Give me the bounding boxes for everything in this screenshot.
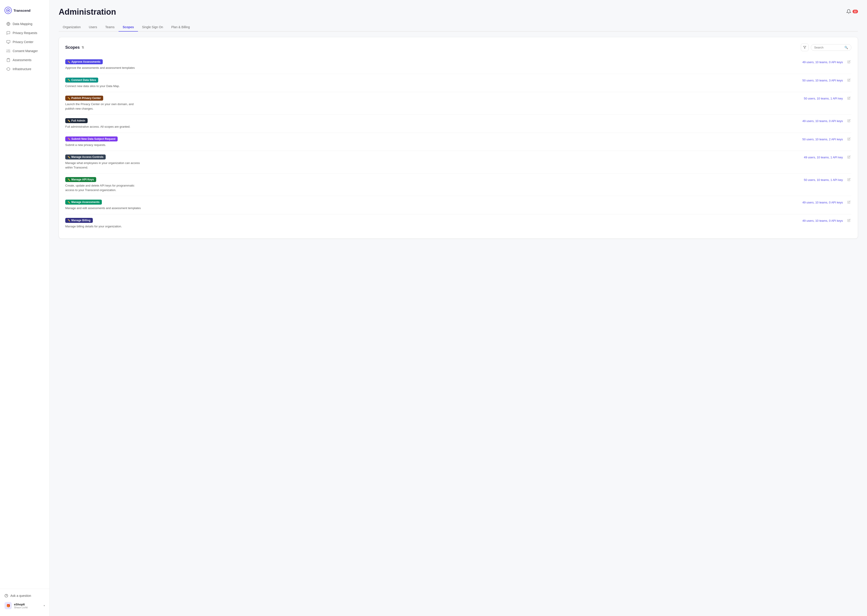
scope-item: ✏️ Manage API Keys Create, update and de… [65, 173, 851, 196]
clipboard-icon [6, 58, 10, 62]
nav-privacy-center[interactable]: Privacy Center [2, 38, 48, 46]
scope-left-manage-api-keys: ✏️ Manage API Keys Create, update and de… [65, 177, 802, 192]
user-avatar: 🎁 [5, 602, 12, 609]
sliders-icon [6, 49, 10, 53]
scope-item: ✏️ Manage Billing Manage billing details… [65, 214, 851, 232]
scope-edit-button[interactable] [847, 78, 851, 83]
logo-icon [5, 7, 12, 14]
nav-data-mapping[interactable]: Data Mapping [2, 20, 48, 28]
svg-marker-15 [7, 68, 10, 71]
scope-left-connect-data-silos: ✏️ Connect Data Silos Connect new data s… [65, 78, 802, 88]
pencil-icon: ✏️ [68, 178, 70, 181]
scope-stats: 49 users, 10 teams, 0 API keys [802, 201, 843, 204]
search-input[interactable] [814, 46, 843, 49]
nav-infrastructure[interactable]: Infrastructure [2, 65, 48, 73]
scope-badge-manage-access-controls: ✏️ Manage Access Controls [65, 154, 106, 159]
scope-left-full-admin: ✏️ Full Admin Full administrative access… [65, 118, 802, 129]
help-icon [5, 594, 8, 597]
scope-badge-label: Approve Assessments [71, 60, 101, 63]
scope-stats: 50 users, 10 teams, 1 API key [804, 178, 843, 182]
main-content: Administration 22 Organization Users Tea… [50, 0, 867, 616]
ask-question-label: Ask a question [10, 594, 31, 597]
logo[interactable]: Transcend [0, 5, 49, 19]
svg-rect-14 [8, 58, 9, 59]
scope-badge-label: Manage API Keys [71, 178, 94, 181]
scope-badge-approve-assessments: ✏️ Approve Assessments [65, 59, 103, 64]
pencil-icon: ✏️ [68, 156, 70, 158]
tab-scopes[interactable]: Scopes [118, 23, 138, 31]
hexagon-icon [6, 67, 10, 71]
sort-icon[interactable]: ⇅ [82, 46, 84, 49]
nav-label-infrastructure: Infrastructure [13, 67, 31, 71]
scope-edit-button[interactable] [847, 96, 851, 101]
edit-icon [847, 219, 851, 222]
scope-badge-manage-billing: ✏️ Manage Billing [65, 218, 93, 223]
scope-description: Manage billing details for your organiza… [65, 224, 142, 229]
nav-label-consent-manager: Consent Manager [13, 49, 38, 53]
scope-description: Manage and edit assessments and assessme… [65, 206, 142, 211]
scope-stats: 50 users, 10 teams, 2 API keys [802, 138, 843, 141]
scope-edit-button[interactable] [847, 118, 851, 124]
pencil-icon: ✏️ [68, 79, 70, 81]
scope-description: Create, update and delete API keys for p… [65, 183, 142, 192]
nav-label-assessments: Assessments [13, 58, 32, 62]
scopes-header: Scopes ⇅ 🔍 [65, 44, 851, 51]
scopes-card: Scopes ⇅ 🔍 ✏️ Approve Assessments Approv… [59, 37, 858, 239]
chevron-down-icon: ▾ [44, 604, 45, 607]
edit-icon [847, 79, 851, 82]
scope-left-manage-billing: ✏️ Manage Billing Manage billing details… [65, 218, 802, 229]
edit-icon [847, 156, 851, 159]
scope-edit-button[interactable] [847, 218, 851, 223]
globe-icon [6, 22, 10, 26]
user-menu[interactable]: 🎁 eShopIt Shaun Lichti ▾ [0, 600, 49, 611]
scope-description: Full administrative access. All scopes a… [65, 124, 142, 129]
tab-plan-billing[interactable]: Plan & Billing [167, 23, 194, 31]
scope-left-manage-assessments: ✏️ Manage Assessments Manage and edit as… [65, 200, 802, 211]
scope-stats: 49 users, 10 teams, 1 API key [804, 156, 843, 159]
scope-badge-manage-api-keys: ✏️ Manage API Keys [65, 177, 96, 182]
pencil-icon: ✏️ [68, 119, 70, 122]
edit-icon [847, 119, 851, 122]
search-box: 🔍 [811, 44, 851, 51]
scope-badge-full-admin: ✏️ Full Admin [65, 118, 88, 123]
tab-single-sign-on[interactable]: Single Sign On [138, 23, 167, 31]
tab-organization[interactable]: Organization [59, 23, 85, 31]
scope-edit-button[interactable] [847, 154, 851, 160]
scope-right-publish-privacy-center: 50 users, 10 teams, 1 API key [802, 96, 851, 101]
scope-right-full-admin: 49 users, 10 teams, 0 API keys [802, 118, 851, 124]
ask-question-link[interactable]: Ask a question [0, 592, 49, 600]
scope-edit-button[interactable] [847, 177, 851, 183]
scope-right-manage-api-keys: 50 users, 10 teams, 1 API key [802, 177, 851, 183]
scope-edit-button[interactable] [847, 137, 851, 142]
notification-button[interactable]: 22 [846, 9, 858, 14]
scope-right-connect-data-silos: 50 users, 10 teams, 3 API keys [802, 78, 851, 83]
scope-badge-label: Connect Data Silos [71, 79, 96, 82]
nav-assessments[interactable]: Assessments [2, 56, 48, 64]
scope-badge-label: Manage Assessments [71, 201, 99, 204]
tab-users[interactable]: Users [85, 23, 101, 31]
scope-item: ✏️ Connect Data Silos Connect new data s… [65, 74, 851, 92]
message-circle-icon [6, 31, 10, 35]
scope-left-manage-access-controls: ✏️ Manage Access Controls Manage what em… [65, 154, 802, 170]
scope-stats: 49 users, 10 teams, 0 API keys [802, 119, 843, 123]
scopes-list: ✏️ Approve Assessments Approve the asses… [65, 56, 851, 232]
scope-item: ✏️ Full Admin Full administrative access… [65, 115, 851, 133]
scope-right-manage-access-controls: 49 users, 10 teams, 1 API key [802, 154, 851, 160]
scope-left-approve-assessments: ✏️ Approve Assessments Approve the asses… [65, 59, 802, 70]
tabs-bar: Organization Users Teams Scopes Single S… [59, 23, 858, 31]
sidebar-bottom: Ask a question 🎁 eShopIt Shaun Lichti ▾ [0, 589, 49, 611]
scope-edit-button[interactable] [847, 59, 851, 65]
user-subtitle: Shaun Lichti [14, 606, 41, 609]
nav-consent-manager[interactable]: Consent Manager [2, 47, 48, 55]
nav-privacy-requests[interactable]: Privacy Requests [2, 29, 48, 37]
filter-button[interactable] [801, 44, 809, 51]
sidebar: Transcend Data Mapping Privacy Requests … [0, 0, 50, 616]
scope-edit-button[interactable] [847, 200, 851, 205]
scope-description: Launch the Privacy Center on your own do… [65, 102, 142, 111]
scope-right-submit-new-data-subject-request: 50 users, 10 teams, 2 API keys [802, 137, 851, 142]
tab-teams[interactable]: Teams [101, 23, 118, 31]
nav-label-privacy-center: Privacy Center [13, 40, 33, 44]
logo-text: Transcend [14, 9, 30, 13]
edit-icon [847, 178, 851, 181]
scope-left-submit-new-data-subject-request: ✏️ Submit New Data Subject Request Submi… [65, 137, 802, 147]
